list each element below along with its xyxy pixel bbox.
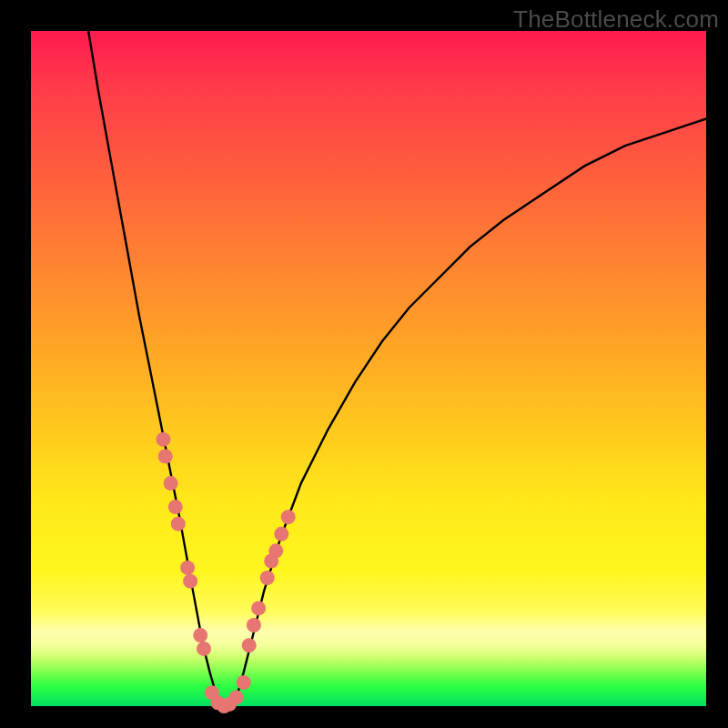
data-point xyxy=(197,642,211,656)
data-point xyxy=(237,675,251,690)
data-point xyxy=(156,432,170,447)
plot-area xyxy=(31,31,706,706)
data-point xyxy=(247,618,261,632)
data-point xyxy=(229,690,244,704)
data-point xyxy=(171,517,186,531)
data-point xyxy=(168,500,183,514)
data-point xyxy=(260,571,275,585)
data-point xyxy=(251,601,266,615)
data-point xyxy=(158,450,173,464)
data-point xyxy=(164,476,178,490)
data-point xyxy=(180,561,195,575)
data-point xyxy=(274,527,288,541)
watermark-text: TheBottleneck.com xyxy=(513,5,719,34)
data-point xyxy=(183,574,197,589)
scatter-points xyxy=(31,31,706,706)
data-point xyxy=(193,628,207,642)
chart-frame: TheBottleneck.com xyxy=(0,0,728,728)
data-point xyxy=(281,510,296,524)
data-point xyxy=(268,543,283,558)
data-point xyxy=(242,638,257,652)
